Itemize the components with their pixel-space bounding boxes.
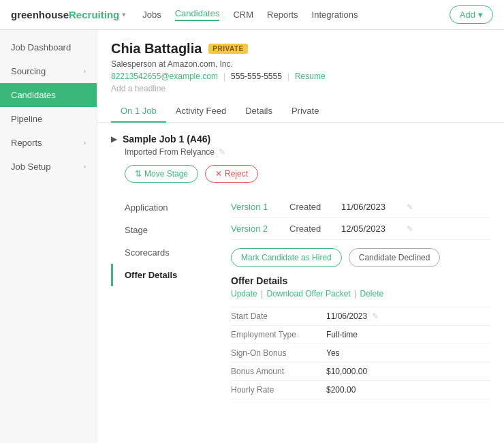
offer-val-bonus-amount: $10,000.00 (326, 367, 367, 376)
left-nav: Application Stage Scorecards Offer Detai… (111, 196, 220, 399)
resume-link[interactable]: Resume (295, 72, 326, 81)
logo-chevron-icon[interactable]: ▾ (122, 10, 126, 19)
layout: Job Dashboard Sourcing › Candidates Pipe… (0, 30, 504, 443)
mark-candidate-hired-button[interactable]: Mark Candidate as Hired (231, 248, 342, 267)
logo-sub: Recruiting (69, 9, 119, 20)
version-2-status: Created (289, 224, 330, 234)
left-nav-scorecards[interactable]: Scorecards (111, 241, 218, 264)
offer-key-employment-type: Employment Type (231, 330, 326, 339)
version-row-1: Version 1 Created 11/06/2023 ✎ (231, 196, 490, 218)
candidate-headline[interactable]: Add a headline (111, 84, 490, 93)
sidebar-item-candidates[interactable]: Candidates (0, 83, 97, 107)
job-setup-chevron-icon: › (84, 163, 86, 170)
offer-val-start-date: 11/06/2023 ✎ (326, 311, 379, 321)
version-2-label: Version 2 (231, 224, 279, 234)
offer-update-link[interactable]: Update (231, 289, 257, 299)
candidate-header: Chia Battaglia PRIVATE Salesperson at Am… (97, 30, 504, 123)
right-content: Version 1 Created 11/06/2023 ✎ Version 2… (220, 196, 490, 399)
sourcing-chevron-icon: › (84, 67, 86, 75)
offer-row-start-date: Start Date 11/06/2023 ✎ (231, 307, 490, 326)
version-1-date: 11/06/2023 (341, 202, 396, 212)
version-2-edit-icon[interactable]: ✎ (407, 224, 413, 234)
action-buttons: ⇅ Move Stage ✕ Reject (125, 165, 490, 183)
job-section: ▶ Sample Job 1 (A46) Imported From Relya… (97, 123, 504, 410)
nav-reports[interactable]: Reports (267, 10, 298, 20)
candidate-email[interactable]: 82213542655@example.com (111, 72, 218, 81)
offer-row-bonus-amount: Bonus Amount $10,000.00 (231, 363, 490, 381)
offer-key-sign-on-bonus: Sign-On Bonus (231, 348, 326, 358)
left-nav-application[interactable]: Application (111, 196, 218, 219)
candidate-declined-button[interactable]: Candidate Declined (349, 248, 441, 267)
logo: greenhouseRecruiting ▾ (11, 9, 126, 20)
job-title-row: ▶ Sample Job 1 (A46) (111, 134, 490, 144)
tab-activity-feed[interactable]: Activity Feed (166, 100, 236, 123)
offer-val-hourly-rate: $200.00 (326, 385, 356, 395)
reject-button[interactable]: ✕ Reject (205, 165, 258, 183)
offer-row-employment-type: Employment Type Full-time (231, 326, 490, 344)
nav-candidates[interactable]: Candidates (175, 8, 220, 21)
top-nav: greenhouseRecruiting ▾ Jobs Candidates C… (0, 0, 504, 30)
sidebar: Job Dashboard Sourcing › Candidates Pipe… (0, 30, 97, 443)
nav-jobs[interactable]: Jobs (142, 10, 161, 20)
sidebar-item-job-dashboard[interactable]: Job Dashboard (0, 35, 97, 59)
offer-val-sign-on-bonus: Yes (326, 348, 340, 358)
offer-links: Update | Download Offer Packet | Delete (231, 289, 490, 299)
version-1-edit-icon[interactable]: ✎ (407, 202, 413, 212)
offer-val-employment-type: Full-time (326, 330, 358, 339)
candidate-tabs: On 1 Job Activity Feed Details Private (111, 100, 490, 122)
tab-private[interactable]: Private (282, 100, 328, 123)
move-stage-button[interactable]: ⇅ Move Stage (125, 165, 198, 183)
add-chevron-icon: ▾ (478, 10, 483, 20)
left-nav-offer-details[interactable]: Offer Details (111, 264, 218, 286)
tab-on-1-job[interactable]: On 1 Job (111, 100, 166, 123)
job-source-edit-icon[interactable]: ✎ (219, 147, 225, 157)
reject-x-icon: ✕ (215, 169, 222, 179)
version-1-label: Version 1 (231, 202, 279, 212)
version-2-date: 12/05/2023 (341, 224, 396, 234)
tab-details[interactable]: Details (236, 100, 282, 123)
offer-download-link[interactable]: Download Offer Packet (267, 289, 351, 299)
cta-row: Mark Candidate as Hired Candidate Declin… (231, 248, 490, 267)
job-triangle-icon: ▶ (111, 134, 117, 144)
offer-key-start-date: Start Date (231, 311, 326, 321)
candidate-role: Salesperson at Amazon.com, Inc. (111, 59, 490, 69)
candidate-phone: 555-555-5555 (231, 72, 282, 81)
main-content: Chia Battaglia PRIVATE Salesperson at Am… (97, 30, 504, 443)
inner-layout: Application Stage Scorecards Offer Detai… (111, 196, 490, 399)
job-source: Imported From Relyance ✎ (125, 147, 490, 157)
job-title: Sample Job 1 (A46) (123, 134, 210, 144)
offer-details-title: Offer Details (231, 275, 490, 286)
offer-key-hourly-rate: Hourly Rate (231, 385, 326, 395)
offer-delete-link[interactable]: Delete (360, 289, 384, 299)
version-1-status: Created (289, 202, 330, 212)
nav-crm[interactable]: CRM (233, 10, 253, 20)
left-nav-stage[interactable]: Stage (111, 219, 218, 241)
start-date-edit-icon[interactable]: ✎ (372, 311, 379, 321)
version-row-2: Version 2 Created 12/05/2023 ✎ (231, 218, 490, 240)
move-stage-icon: ⇅ (135, 169, 142, 179)
sidebar-item-sourcing[interactable]: Sourcing › (0, 59, 97, 83)
sidebar-item-reports[interactable]: Reports › (0, 131, 97, 155)
reports-chevron-icon: › (84, 139, 86, 147)
candidate-name: Chia Battaglia (111, 41, 202, 57)
logo-text: greenhouseRecruiting (11, 9, 119, 20)
offer-row-hourly-rate: Hourly Rate $200.00 (231, 381, 490, 399)
sidebar-item-job-setup[interactable]: Job Setup › (0, 155, 97, 179)
nav-links: Jobs Candidates CRM Reports Integrations (142, 8, 450, 21)
private-badge: PRIVATE (208, 44, 247, 54)
offer-row-sign-on-bonus: Sign-On Bonus Yes (231, 344, 490, 363)
offer-key-bonus-amount: Bonus Amount (231, 367, 326, 376)
sidebar-item-pipeline[interactable]: Pipeline (0, 107, 97, 131)
nav-integrations[interactable]: Integrations (312, 10, 358, 20)
logo-main: greenhouse (11, 9, 69, 20)
add-button[interactable]: Add ▾ (450, 5, 493, 24)
offer-table: Start Date 11/06/2023 ✎ Employment Type … (231, 307, 490, 399)
candidate-contact: 82213542655@example.com | 555-555-5555 |… (111, 72, 490, 81)
